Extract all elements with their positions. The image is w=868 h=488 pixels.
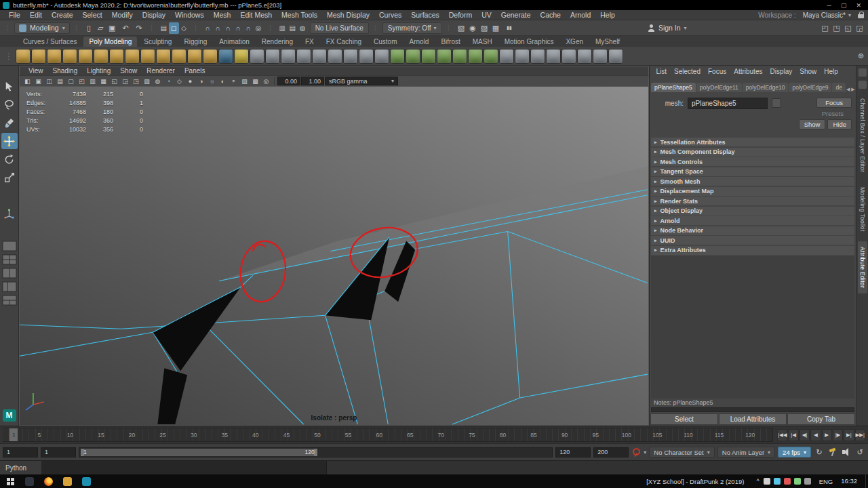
poly-type-icon[interactable] xyxy=(218,49,233,64)
use-all-lights-icon[interactable]: ☼ xyxy=(207,77,217,86)
shelf-tab[interactable]: Rigging xyxy=(178,37,212,47)
select-camera-icon[interactable]: ◧ xyxy=(22,77,33,86)
taskbar-clock[interactable]: 16:32 xyxy=(837,478,861,485)
minimize-button[interactable]: ─ xyxy=(827,2,831,9)
multi-cut-icon[interactable] xyxy=(561,49,576,64)
select-by-hierarchy-icon[interactable]: ▤ xyxy=(159,22,169,34)
safe-title-icon[interactable]: ◔ xyxy=(163,77,174,86)
sign-in-dropdown[interactable]: Sign In ▾ xyxy=(642,24,692,32)
fill-hole-icon[interactable] xyxy=(343,49,358,64)
select-by-object-icon[interactable]: ◻ xyxy=(169,22,179,34)
show-desktop-button[interactable] xyxy=(865,474,868,488)
start-button[interactable] xyxy=(1,474,19,488)
gate-mask-icon[interactable]: ◳ xyxy=(131,77,141,86)
color-space-dropdown[interactable]: sRGB gamma ▾ xyxy=(325,77,398,85)
shaded-icon[interactable]: ● xyxy=(185,77,195,86)
field-chart-icon[interactable]: ▧ xyxy=(142,77,152,86)
drag-handle[interactable]: ⋮ xyxy=(444,24,454,32)
sidebar-vertical-tab[interactable]: Modeling Toolkit xyxy=(858,182,867,237)
maya-taskbar-icon[interactable] xyxy=(77,474,95,488)
menu-item[interactable]: UV xyxy=(477,11,496,19)
animation-end-field[interactable]: 200 xyxy=(593,447,629,458)
taskbar-app-dark[interactable] xyxy=(20,474,38,488)
tool-settings-toggle-icon[interactable]: ◳ xyxy=(831,22,842,34)
poly-soccer-ball-icon[interactable] xyxy=(203,49,218,64)
select-by-component-icon[interactable]: ◇ xyxy=(179,22,189,34)
sidebar-icon-second[interactable] xyxy=(859,81,867,89)
poly-pyramid-icon[interactable] xyxy=(140,49,155,64)
exposure-field[interactable]: 0.00 xyxy=(277,77,300,85)
poly-plane-icon[interactable] xyxy=(62,49,77,64)
attribute-section-header[interactable]: ▸ Mesh Controls xyxy=(651,157,854,166)
shelf-tab[interactable]: Poly Modeling xyxy=(83,37,137,47)
reduce-icon[interactable] xyxy=(374,49,389,64)
playback-start-field[interactable]: 1 xyxy=(41,447,76,458)
attribute-section-header[interactable]: ▸ Displacement Map xyxy=(651,187,854,196)
command-input-field[interactable] xyxy=(42,461,327,474)
attribute-tab[interactable]: polyDelEdge11 xyxy=(696,83,742,92)
menu-set-dropdown[interactable]: Modeling ▾ xyxy=(14,22,70,34)
tray-icon-5[interactable] xyxy=(804,478,811,485)
snap-to-point-icon[interactable]: ∩ xyxy=(223,22,233,34)
maximize-button[interactable]: ▢ xyxy=(841,2,847,9)
redo-icon[interactable]: ↷ xyxy=(134,22,145,34)
speaker-mute-icon[interactable] xyxy=(841,447,852,458)
offset-edge-loop-icon[interactable] xyxy=(577,49,592,64)
shelf-tab[interactable]: FX xyxy=(300,37,319,47)
delete-edge-icon[interactable] xyxy=(515,49,530,64)
node-name-field[interactable]: pPlaneShape5 xyxy=(688,98,768,109)
undo-icon[interactable]: ↶ xyxy=(120,22,132,34)
crease-icon[interactable] xyxy=(499,49,514,64)
insert-edge-loop-icon[interactable] xyxy=(546,49,561,64)
sidebar-vertical-tab[interactable]: Attribute Editor xyxy=(858,241,867,293)
shelf-tab[interactable]: XGen xyxy=(560,37,589,47)
three-pane-layout-button[interactable] xyxy=(2,295,17,306)
channel-box-toggle-icon[interactable]: ◱ xyxy=(842,22,854,34)
boolean-difference-icon[interactable] xyxy=(265,49,280,64)
fps-dropdown[interactable]: 24 fps ▾ xyxy=(778,447,811,458)
snap-to-view-plane-icon[interactable]: ∩ xyxy=(243,22,254,34)
menu-item[interactable]: Select xyxy=(78,11,107,19)
attribute-editor-menu-item[interactable]: Help xyxy=(821,68,842,75)
input-operations-icon[interactable]: ▥ xyxy=(277,22,288,34)
menu-item[interactable]: File xyxy=(4,11,25,19)
gamma-field[interactable]: 1.00 xyxy=(301,77,324,85)
focus-button[interactable]: Focus xyxy=(816,98,852,108)
step-back-frame-button[interactable]: ◀| xyxy=(800,429,810,441)
menu-item[interactable]: Create xyxy=(47,11,78,19)
tray-icon-1[interactable] xyxy=(764,478,770,485)
poly-gear-icon[interactable] xyxy=(187,49,202,64)
panel-menu-item[interactable]: Shading xyxy=(48,67,83,75)
go-to-end-button[interactable]: ▶▶| xyxy=(855,429,865,441)
new-scene-icon[interactable]: ▯ xyxy=(83,22,95,34)
current-frame-marker[interactable]: 1 xyxy=(9,428,18,441)
shelf-tab[interactable]: Arnold xyxy=(403,37,434,47)
range-slider-track[interactable]: 1 120 xyxy=(79,447,553,458)
shelf-tab[interactable]: FX Caching xyxy=(321,37,367,47)
tab-scroll-left-icon[interactable]: ◀ xyxy=(846,87,850,92)
attribute-editor-menu-item[interactable]: Attributes xyxy=(730,68,766,75)
live-surface-field[interactable]: No Live Surface xyxy=(310,22,369,34)
menu-item[interactable]: Display xyxy=(138,11,170,19)
animation-start-field[interactable]: 1 xyxy=(3,447,38,458)
ipr-render-icon[interactable]: ▨ xyxy=(479,22,490,34)
resolution-gate-icon[interactable]: ◲ xyxy=(120,77,130,86)
poly-helix-icon[interactable] xyxy=(172,49,186,64)
menu-item[interactable]: Modify xyxy=(107,11,138,19)
attribute-tab[interactable]: pPlaneShape5 xyxy=(651,83,696,92)
playback-loop-icon[interactable]: ↻ xyxy=(814,447,825,458)
svg-tool-icon[interactable] xyxy=(234,49,249,64)
shelf-tab[interactable]: MyShelf xyxy=(590,37,625,47)
edit-edge-flow-icon[interactable] xyxy=(530,49,545,64)
shelf-tab[interactable]: Custom xyxy=(368,37,402,47)
save-scene-icon[interactable]: ▣ xyxy=(106,22,118,34)
shadows-icon[interactable]: ◐ xyxy=(218,77,228,86)
drag-handle[interactable]: ⋮ xyxy=(371,24,380,32)
attribute-tab[interactable]: polyDelEdge9 xyxy=(789,83,831,92)
bevel-icon[interactable] xyxy=(421,49,436,64)
attribute-section-header[interactable]: ▸ Tessellation Attributes xyxy=(651,138,854,146)
circularize-icon[interactable] xyxy=(452,49,467,64)
lock-camera-icon[interactable]: ▣ xyxy=(33,77,43,86)
attribute-section-header[interactable]: ▸ UUID xyxy=(651,236,854,245)
menu-item[interactable]: Help xyxy=(595,11,620,19)
